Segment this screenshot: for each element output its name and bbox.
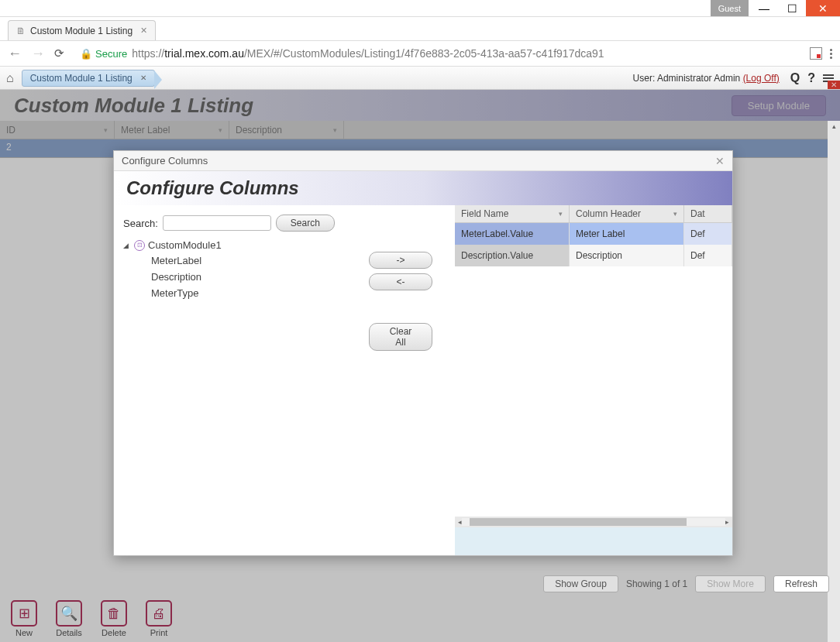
search-input[interactable] [163, 215, 271, 231]
back-button[interactable]: ← [8, 46, 22, 62]
dialog-titlebar: Configure Columns ✕ [114, 151, 732, 171]
grid-footer [455, 527, 732, 555]
breadcrumb-close-icon[interactable]: ✕ [140, 74, 146, 82]
configure-columns-dialog: Configure Columns ✕ Configure Columns Se… [113, 150, 733, 556]
browser-tabstrip: 🗎 Custom Module 1 Listing ✕ [0, 17, 840, 40]
dialog-header: Configure Columns [114, 171, 732, 205]
chevron-up-icon: ▴ [828, 121, 840, 132]
move-left-button[interactable]: <- [369, 273, 432, 290]
toolbar-label: Delete [102, 628, 126, 637]
cell-dat: Def [684, 223, 732, 245]
show-more-button[interactable]: Show More [695, 575, 766, 592]
chevron-down-icon: ▾ [559, 210, 563, 218]
toolbar-label: Print [150, 628, 168, 637]
secure-indicator: 🔒 Secure [80, 48, 127, 60]
logoff-link[interactable]: (Log Off) [743, 73, 780, 84]
user-info: User: Administrator Admin (Log Off) [633, 73, 780, 84]
chevron-right-icon: ▸ [725, 518, 729, 526]
lock-icon: 🔒 [80, 48, 92, 60]
magnifier-icon: 🔍 [56, 600, 82, 627]
header-field-name[interactable]: Field Name▾ [455, 205, 570, 222]
app-breadcrumb-tab[interactable]: Custom Module 1 Listing ✕ [22, 70, 155, 87]
window-maximize-button[interactable]: ☐ [778, 0, 806, 16]
extension-icon[interactable] [810, 47, 822, 60]
cell-field: Description.Value [455, 245, 570, 266]
forward-button[interactable]: → [31, 46, 45, 62]
dialog-mid-panel: -> <- Clear All [346, 205, 455, 555]
selected-column-row[interactable]: MeterLabel.Value Meter Label Def [455, 223, 732, 245]
help-icon[interactable]: ? [807, 71, 815, 85]
url-text: https://trial.mex.com.au/MEX/#/CustomMod… [132, 47, 604, 60]
action-toolbar: ⊞ New 🔍 Details 🗑 Delete 🖨 Print [11, 600, 172, 637]
module-icon: ⊡ [134, 240, 145, 251]
dialog-right-panel: Field Name▾ Column Header▾ Dat MeterLabe… [455, 205, 732, 555]
cell-dat: Def [684, 245, 732, 266]
tree-item[interactable]: MeterLabel [123, 252, 337, 269]
window-titlebar: Guest — ☐ ✕ [0, 0, 840, 17]
toolbar-label: Details [56, 628, 82, 637]
field-tree: ◢ ⊡ CustomModule1 MeterLabel Description… [123, 238, 337, 301]
header-column-header[interactable]: Column Header▾ [570, 205, 684, 222]
tree-item[interactable]: MeterType [123, 285, 337, 301]
dialog-left-panel: Search: Search ◢ ⊡ CustomModule1 MeterLa… [114, 205, 346, 555]
cell-field: MeterLabel.Value [455, 223, 570, 245]
window-minimize-button[interactable]: — [750, 0, 778, 16]
browser-tab[interactable]: 🗎 Custom Module 1 Listing ✕ [8, 20, 156, 40]
browser-toolbar: ← → ⟳ 🔒 Secure https://trial.mex.com.au/… [0, 40, 840, 67]
print-button[interactable]: 🖨 Print [146, 600, 172, 637]
dialog-chrome-title: Configure Columns [122, 155, 208, 167]
address-bar[interactable]: 🔒 Secure https://trial.mex.com.au/MEX/#/… [74, 45, 800, 62]
tree-item[interactable]: Description [123, 269, 337, 285]
scroll-thumb[interactable] [470, 518, 687, 526]
search-button[interactable]: Search [276, 215, 335, 232]
header-dat[interactable]: Dat [684, 205, 732, 222]
dialog-title: Configure Columns [126, 177, 299, 198]
dialog-close-button[interactable]: ✕ [715, 155, 725, 167]
cell-header: Description [570, 245, 684, 266]
tab-close-icon[interactable]: ✕ [140, 26, 147, 36]
tree-root-label: CustomModule1 [148, 239, 222, 251]
show-group-button[interactable]: Show Group [543, 575, 618, 592]
selected-columns-header: Field Name▾ Column Header▾ Dat [455, 205, 732, 223]
selected-column-row[interactable]: Description.Value Description Def [455, 245, 732, 266]
secure-label: Secure [95, 48, 127, 60]
trash-icon: 🗑 [101, 600, 127, 627]
browser-menu-button[interactable] [830, 49, 832, 59]
window-close-button[interactable]: ✕ [806, 0, 840, 16]
showing-text: Showing 1 of 1 [626, 578, 687, 589]
reload-button[interactable]: ⟳ [54, 46, 64, 60]
page-close-icon[interactable]: ✕ [828, 81, 840, 89]
details-button[interactable]: 🔍 Details [56, 600, 82, 637]
new-button[interactable]: ⊞ New [11, 600, 37, 637]
app-header: ⌂ Custom Module 1 Listing ✕ User: Admini… [0, 67, 840, 90]
refresh-button[interactable]: Refresh [773, 575, 829, 592]
guest-badge: Guest [711, 0, 749, 16]
browser-tab-title: Custom Module 1 Listing [30, 26, 133, 36]
tree-root[interactable]: ◢ ⊡ CustomModule1 [123, 238, 337, 252]
vertical-scrollbar[interactable]: ▴ [828, 121, 840, 642]
delete-button[interactable]: 🗑 Delete [101, 600, 127, 637]
printer-icon: 🖨 [146, 600, 172, 627]
clear-all-button[interactable]: Clear All [369, 323, 432, 351]
chevron-down-icon: ▾ [673, 210, 677, 218]
collapse-icon[interactable]: ◢ [123, 242, 131, 249]
status-bar: Show Group Showing 1 of 1 Show More Refr… [543, 575, 829, 592]
move-right-button[interactable]: -> [369, 252, 432, 269]
new-icon: ⊞ [11, 600, 37, 627]
search-label: Search: [123, 218, 158, 229]
horizontal-scrollbar[interactable]: ◂ ▸ [455, 517, 732, 527]
cell-header: Meter Label [570, 223, 684, 245]
breadcrumb-label: Custom Module 1 Listing [30, 73, 133, 84]
file-icon: 🗎 [16, 26, 26, 36]
toolbar-label: New [15, 628, 33, 637]
home-icon[interactable]: ⌂ [6, 71, 14, 85]
search-icon[interactable]: Q [790, 71, 800, 85]
